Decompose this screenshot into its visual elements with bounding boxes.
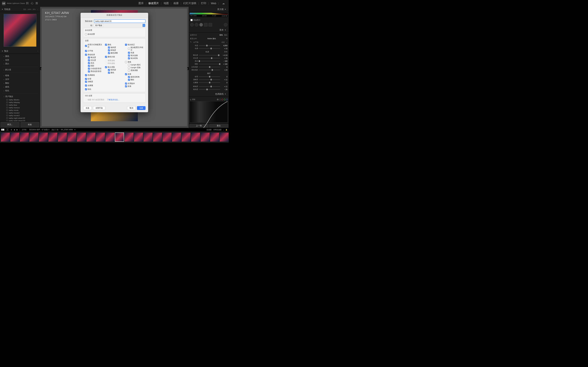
- slider-value[interactable]: + 100: [221, 63, 227, 65]
- filmstrip-thumb[interactable]: [191, 133, 200, 142]
- nav-zoom-100[interactable]: 100%: [27, 8, 31, 10]
- slider-value[interactable]: + 15: [221, 57, 227, 59]
- preset-group[interactable]: 光学: [0, 77, 40, 81]
- filmstrip-thumb[interactable]: [39, 133, 48, 142]
- curve-g[interactable]: [224, 99, 225, 100]
- chk-wb[interactable]: [85, 50, 87, 52]
- chk-saturation[interactable]: [108, 47, 110, 49]
- check-none-button[interactable]: 全部不选: [93, 106, 105, 110]
- chk-upright-trans[interactable]: [128, 67, 130, 69]
- presets-header[interactable]: ▼ 预设 +: [0, 49, 40, 54]
- slider-value[interactable]: + 4.10: [221, 54, 227, 56]
- filmstrip-thumb[interactable]: [134, 133, 143, 142]
- create-button[interactable]: 创建: [137, 106, 146, 110]
- chk-treatment[interactable]: [85, 45, 87, 47]
- filmstrip-thumb[interactable]: [162, 133, 172, 142]
- slider[interactable]: [199, 79, 220, 80]
- filmstrip-thumb[interactable]: [20, 133, 29, 142]
- auto-button[interactable]: 自动: [224, 51, 227, 53]
- chk-texture[interactable]: [85, 78, 87, 80]
- chk-upright-mode[interactable]: [128, 64, 130, 66]
- nav-fit[interactable]: 适合: [23, 8, 26, 10]
- chk-basic-tone[interactable]: [85, 54, 87, 56]
- brush-tool[interactable]: [224, 23, 227, 26]
- slider[interactable]: [199, 48, 220, 49]
- chk-luminance[interactable]: [108, 69, 110, 71]
- target-icon[interactable]: ◎: [190, 99, 191, 100]
- preset-item[interactable]: kathy blue: [0, 104, 40, 106]
- nav-zoom-25[interactable]: 25%: [33, 8, 36, 10]
- slider[interactable]: [199, 61, 220, 61]
- crop-tool[interactable]: [190, 23, 194, 26]
- slider-value[interactable]: 0: [221, 76, 227, 78]
- page-2[interactable]: 2: [6, 129, 9, 131]
- learn-more-link[interactable]: 了解更多信息...: [107, 99, 119, 101]
- filmstrip-thumb[interactable]: [172, 133, 181, 142]
- chevron-icon[interactable]: ⌄: [37, 8, 38, 10]
- filmstrip-thumb[interactable]: [200, 133, 210, 142]
- preset-item[interactable]: kathy 90retro: [0, 99, 40, 101]
- preset-item[interactable]: kathy movie: [0, 109, 40, 112]
- slider-value[interactable]: + 11: [221, 86, 227, 87]
- preset-item[interactable]: kathy night street 02: [0, 117, 40, 119]
- check-all-button[interactable]: 全选: [83, 106, 92, 110]
- slider-value[interactable]: + 23: [221, 69, 227, 71]
- chk-lens[interactable]: [125, 44, 127, 46]
- plus-icon[interactable]: +: [37, 50, 38, 52]
- chk-grain[interactable]: [128, 79, 130, 81]
- preset-item[interactable]: kathy movie3: [0, 114, 40, 117]
- filmstrip-thumb[interactable]: [105, 133, 114, 142]
- preset-item[interactable]: kathy biteplay: [0, 101, 40, 104]
- chk-color-grading[interactable]: [105, 56, 107, 58]
- curve-r[interactable]: [222, 99, 223, 100]
- tab-web[interactable]: Web: [209, 2, 218, 5]
- lock-icon[interactable]: 🔒: [225, 129, 227, 131]
- grad-tool[interactable]: [208, 23, 212, 26]
- preset-item[interactable]: kathy night street 03: [0, 119, 40, 121]
- basic-header[interactable]: 基本 ▼: [189, 27, 229, 33]
- filmstrip-thumb[interactable]: [219, 133, 229, 142]
- chk-exposure[interactable]: [88, 57, 90, 58]
- spot-tool[interactable]: [195, 23, 198, 26]
- folder-name[interactable]: 20210414 西門: [29, 129, 40, 131]
- filmstrip-thumb[interactable]: [124, 133, 134, 142]
- eyedropper-icon[interactable]: ✎: [190, 41, 191, 43]
- filmstrip-thumb[interactable]: [96, 133, 105, 142]
- curve-header[interactable]: 色调曲线 ▼: [189, 92, 229, 97]
- chk-trans-adj[interactable]: [128, 69, 130, 71]
- preset-group[interactable]: 创意: [0, 58, 40, 62]
- mask-tool[interactable]: [204, 23, 208, 26]
- filmstrip-thumb[interactable]: [143, 133, 153, 142]
- slider[interactable]: [199, 55, 220, 56]
- slider-value[interactable]: + 15: [221, 48, 227, 50]
- chk-blacks[interactable]: [88, 70, 90, 72]
- chevron-icon[interactable]: ⌄: [223, 129, 224, 131]
- slider-value[interactable]: − 100: [221, 60, 227, 62]
- histogram-header[interactable]: 直方图 ▼: [189, 7, 229, 12]
- navigator-header[interactable]: ▼ 导航器 适合 100% 25% ⌄: [0, 7, 40, 12]
- filmstrip-thumb[interactable]: [58, 133, 67, 142]
- chk-noise[interactable]: [105, 66, 107, 68]
- chk-lens-profile[interactable]: [128, 48, 130, 50]
- slider[interactable]: [199, 58, 220, 58]
- preset-group[interactable]: 颗粒: [0, 81, 40, 85]
- curve-b[interactable]: [226, 99, 228, 100]
- chk-color-adj[interactable]: [108, 52, 110, 54]
- filmstrip-thumb[interactable]: [210, 133, 219, 142]
- wb-value[interactable]: 自定: [222, 41, 225, 43]
- chk-dehaze[interactable]: [85, 84, 87, 86]
- slider[interactable]: [199, 67, 220, 67]
- preset-group[interactable]: 暗角: [0, 74, 40, 77]
- chevron-icon[interactable]: ⌄: [226, 41, 227, 43]
- tab-book[interactable]: 画册: [172, 2, 181, 5]
- cancel-button[interactable]: 取消: [127, 106, 136, 110]
- chk-tone-curve[interactable]: [85, 74, 87, 76]
- preset-group[interactable]: 锐化: [0, 89, 40, 92]
- slider[interactable]: [199, 82, 220, 83]
- treatment-bw[interactable]: 黑白: [224, 34, 227, 36]
- chk-highlights[interactable]: [88, 62, 90, 64]
- slider-value[interactable]: + 11: [221, 79, 227, 81]
- cloud-icon[interactable]: ☁: [220, 2, 227, 5]
- preset-name-input[interactable]: [94, 19, 146, 23]
- tone-curve[interactable]: [190, 101, 228, 123]
